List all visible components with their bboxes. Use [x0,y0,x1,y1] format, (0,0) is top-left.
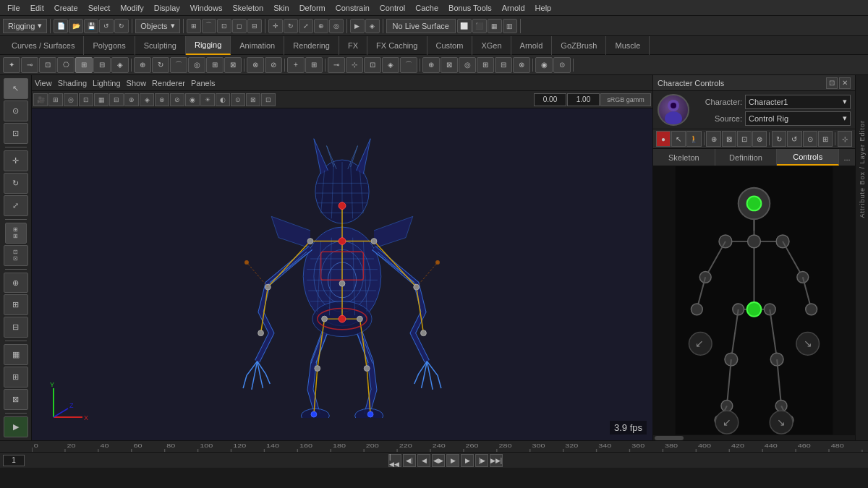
vp-shade5-btn[interactable]: ◉ [185,93,200,106]
menu-create[interactable]: Create [50,2,82,14]
prev-key-btn[interactable]: ◀| [403,454,416,467]
rigging-tool2[interactable]: ⊞ [75,57,93,73]
move-btn[interactable]: ✛ [268,19,283,33]
weight-btn[interactable]: ⊘ [265,57,282,73]
tab-rendering[interactable]: Rendering [284,36,339,55]
universal-btn[interactable]: ⊕ [314,19,328,33]
3d-scene[interactable]: 3.9 fps X Y Z [32,108,652,440]
tab-xgen[interactable]: XGen [472,36,511,55]
tab-custom[interactable]: Custom [427,36,473,55]
snap-tool[interactable]: ⊞⊞ [5,223,27,244]
tab-polygons[interactable]: Polygons [84,36,135,55]
layout3-btn[interactable]: ▦ [488,19,502,33]
tab-sculpting[interactable]: Sculpting [135,36,186,55]
cc-icon-ik1[interactable]: ↻ [772,131,786,147]
plus2-btn[interactable]: ⊞ [305,57,323,73]
play-fwd-btn[interactable]: ▶ [446,454,459,467]
tool14[interactable]: ⊞ [4,367,28,388]
new-scene-btn[interactable]: 📄 [54,19,68,33]
menu-constrain[interactable]: Constrain [331,2,374,14]
tab-fx[interactable]: FX [339,36,367,55]
rigging-tool4[interactable]: ◈ [111,57,129,73]
cc-float-btn[interactable]: ⊡ [826,77,838,89]
render-btn[interactable]: ▶ [350,19,365,33]
tab-gozbrush[interactable]: GoZBrush [552,36,606,55]
menu-skin[interactable]: Skin [269,2,293,14]
motion-path-btn[interactable]: ⌒ [400,57,417,73]
ipr-btn[interactable]: ◈ [365,19,380,33]
rigging-tool3[interactable]: ⊟ [93,57,111,73]
select-dropdown[interactable]: Objects ▾ [135,19,179,33]
vp-menu-show[interactable]: Show [127,79,147,87]
vp-camera-btn[interactable]: 🎥 [33,93,48,106]
parent-btn[interactable]: ⊹ [346,57,363,73]
next-key-btn[interactable]: |▶ [475,454,488,467]
go-end-btn[interactable]: ▶▶| [490,454,503,467]
snap-grid-btn[interactable]: ⊞ [187,19,201,33]
paint-select-btn[interactable]: ⊡ [39,57,56,73]
joint-tool-btn[interactable]: ⊕ [134,57,151,73]
redo-btn[interactable]: ↻ [114,19,129,33]
cc-tab-skeleton[interactable]: Skeleton [653,149,715,166]
cc-icon-pose2[interactable]: ⊠ [722,131,736,147]
wrap-btn[interactable]: ⊠ [224,57,242,73]
layout1-btn[interactable]: ⬜ [457,19,472,33]
tab-rigging[interactable]: Rigging [186,36,231,55]
vp-frame-btn[interactable]: ⊡ [79,93,93,106]
cc-icon-ik4[interactable]: ⊞ [818,131,833,147]
tool12[interactable]: ⊟ [4,317,28,338]
menu-bonus[interactable]: Bonus Tools [444,2,496,14]
deform1-btn[interactable]: ⊕ [422,57,440,73]
paint-tool[interactable]: ⊡ [4,123,28,144]
ik-spline-btn[interactable]: ⌒ [170,57,187,73]
cc-icon-ik2[interactable]: ↺ [787,131,801,147]
deform5-btn[interactable]: ⊟ [495,57,512,73]
scrollbar-thumb[interactable] [655,436,684,440]
character-dropdown[interactable]: Character1 ▾ [745,95,851,109]
snap-view-btn[interactable]: ⊟ [247,19,262,33]
menu-file[interactable]: File [3,2,25,14]
vp-isolate-btn[interactable]: ◎ [64,93,78,106]
cc-controls-body[interactable]: ↙ ↘ ↙ ↘ [653,166,855,435]
select-tool[interactable]: ↖ [4,78,28,99]
snap-surface-btn[interactable]: ◻ [232,19,247,33]
skin-bind-btn[interactable]: ⊗ [247,57,264,73]
menu-control[interactable]: Control [375,2,409,14]
menu-edit[interactable]: Edit [26,2,48,14]
deform4-btn[interactable]: ⊞ [477,57,494,73]
vp-persp-btn[interactable]: ⊞ [48,93,63,106]
lattice-btn[interactable]: ⊞ [206,57,224,73]
menu-skeleton[interactable]: Skeleton [228,2,268,14]
source-dropdown[interactable]: Control Rig ▾ [745,111,851,126]
viewport[interactable]: View Shading Lighting Show Renderer Pane… [32,75,652,440]
layout4-btn[interactable]: ▥ [503,19,517,33]
cluster-btn[interactable]: ◎ [188,57,205,73]
vp-menu-view[interactable]: View [35,79,52,87]
rigging-tool1[interactable]: ⎔ [57,57,75,73]
next-frame-btn[interactable]: ▶ [461,454,474,467]
vp-grid-btn[interactable]: ▦ [94,93,109,106]
soft-btn[interactable]: ◎ [329,19,344,33]
cc-icon-select[interactable]: ↖ [671,131,686,147]
move-tool[interactable]: ✛ [4,150,28,171]
vp-menu-shading[interactable]: Shading [58,79,87,87]
menu-arnold[interactable]: Arnold [498,2,529,14]
vp-menu-lighting[interactable]: Lighting [93,79,121,87]
menu-cache[interactable]: Cache [411,2,443,14]
menu-display[interactable]: Display [150,2,184,14]
mode-dropdown[interactable]: Rigging ▾ [3,19,47,33]
cc-scrollbar[interactable] [653,435,855,440]
snap-point-btn[interactable]: ⊡ [217,19,231,33]
tab-fx-caching[interactable]: FX Caching [367,36,427,55]
tab-animation[interactable]: Animation [231,36,284,55]
deform2-btn[interactable]: ⊠ [441,57,458,73]
cc-icon-pose3[interactable]: ⊡ [737,131,752,147]
lasso-select-btn[interactable]: ⊸ [21,57,38,73]
tool11[interactable]: ⊞ [4,294,28,315]
tool15[interactable]: ⊠ [4,389,28,410]
play-back-btn[interactable]: ◀▶ [432,454,445,467]
cc-icon-pose4[interactable]: ⊗ [752,131,767,147]
tab-curves-surfaces[interactable]: Curves / Surfaces [3,36,84,55]
cc-icon-red[interactable]: ● [656,131,671,147]
tool13[interactable]: ▦ [4,344,28,365]
